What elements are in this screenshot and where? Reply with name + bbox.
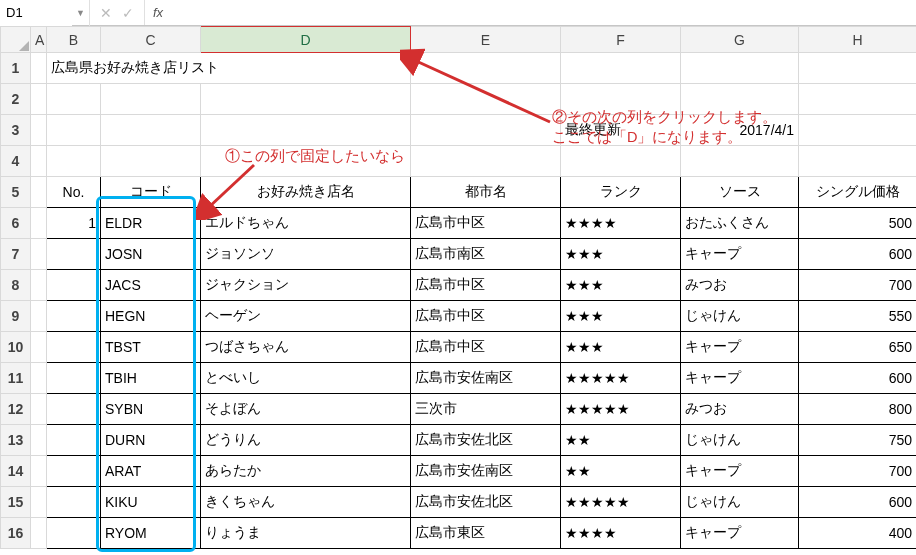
cell[interactable]: [201, 84, 411, 115]
cell-sauce[interactable]: キャープ: [681, 518, 799, 549]
cell-rank[interactable]: ★★: [561, 456, 681, 487]
col-header-E[interactable]: E: [411, 27, 561, 53]
name-box-wrap[interactable]: ▼: [0, 0, 90, 26]
cell-price[interactable]: 600: [799, 239, 917, 270]
cell[interactable]: [561, 84, 681, 115]
row-header[interactable]: 2: [1, 84, 31, 115]
cell[interactable]: [31, 270, 47, 301]
row-header[interactable]: 9: [1, 301, 31, 332]
cell-code[interactable]: DURN: [101, 425, 201, 456]
hdr-sauce[interactable]: ソース: [681, 177, 799, 208]
cell[interactable]: [31, 115, 47, 146]
cell-rank[interactable]: ★★★★★: [561, 363, 681, 394]
fx-label[interactable]: fx: [145, 5, 171, 20]
cell-code[interactable]: HEGN: [101, 301, 201, 332]
cell[interactable]: [47, 115, 101, 146]
cell-shop[interactable]: とべいし: [201, 363, 411, 394]
cell[interactable]: [411, 53, 561, 84]
cancel-icon[interactable]: ✕: [100, 5, 112, 21]
cell[interactable]: [31, 177, 47, 208]
cell-city[interactable]: 広島市安佐北区: [411, 487, 561, 518]
last-update-label[interactable]: 最終更新: [561, 115, 681, 146]
cell-price[interactable]: 650: [799, 332, 917, 363]
row-header[interactable]: 5: [1, 177, 31, 208]
cell-no[interactable]: [47, 456, 101, 487]
name-box[interactable]: [0, 0, 72, 26]
cell-price[interactable]: 400: [799, 518, 917, 549]
cell-price[interactable]: 700: [799, 270, 917, 301]
cell-rank[interactable]: ★★★★: [561, 208, 681, 239]
cell-shop[interactable]: ヘーゲン: [201, 301, 411, 332]
cell-price[interactable]: 750: [799, 425, 917, 456]
cell-rank[interactable]: ★★★: [561, 301, 681, 332]
select-all-corner[interactable]: [1, 27, 31, 53]
col-header-A[interactable]: A: [31, 27, 47, 53]
cell-city[interactable]: 広島市東区: [411, 518, 561, 549]
cell[interactable]: [31, 456, 47, 487]
cell-no[interactable]: [47, 518, 101, 549]
col-header-F[interactable]: F: [561, 27, 681, 53]
cell[interactable]: [799, 84, 917, 115]
cell[interactable]: [47, 84, 101, 115]
cell[interactable]: [799, 53, 917, 84]
hdr-shop[interactable]: お好み焼き店名: [201, 177, 411, 208]
cell-shop[interactable]: ジョソンソ: [201, 239, 411, 270]
confirm-icon[interactable]: ✓: [122, 5, 134, 21]
cell-code[interactable]: JOSN: [101, 239, 201, 270]
cell[interactable]: [31, 301, 47, 332]
cell-no[interactable]: [47, 332, 101, 363]
cell[interactable]: [47, 146, 101, 177]
cell-code[interactable]: JACS: [101, 270, 201, 301]
cell[interactable]: [561, 53, 681, 84]
cell[interactable]: [31, 394, 47, 425]
row-header[interactable]: 6: [1, 208, 31, 239]
cell-code[interactable]: TBIH: [101, 363, 201, 394]
cell-sauce[interactable]: じゃけん: [681, 301, 799, 332]
cell[interactable]: [101, 146, 201, 177]
cell-code[interactable]: ARAT: [101, 456, 201, 487]
cell-city[interactable]: 広島市中区: [411, 332, 561, 363]
cell-city[interactable]: 広島市安佐南区: [411, 363, 561, 394]
cell-sauce[interactable]: キャープ: [681, 332, 799, 363]
row-header[interactable]: 3: [1, 115, 31, 146]
row-header[interactable]: 8: [1, 270, 31, 301]
spreadsheet-grid[interactable]: A B C D E F G H 1 広島県お好み焼き店リスト 2 3 最終更新: [0, 26, 916, 549]
cell-sauce[interactable]: じゃけん: [681, 425, 799, 456]
cell[interactable]: [101, 115, 201, 146]
cell[interactable]: [31, 84, 47, 115]
cell-no[interactable]: [47, 270, 101, 301]
cell-shop[interactable]: そよぼん: [201, 394, 411, 425]
col-header-G[interactable]: G: [681, 27, 799, 53]
cell[interactable]: [31, 239, 47, 270]
cell-price[interactable]: 800: [799, 394, 917, 425]
row-header[interactable]: 7: [1, 239, 31, 270]
cell-code[interactable]: RYOM: [101, 518, 201, 549]
hdr-city[interactable]: 都市名: [411, 177, 561, 208]
cell-city[interactable]: 広島市中区: [411, 301, 561, 332]
row-header[interactable]: 10: [1, 332, 31, 363]
cell-city[interactable]: 三次市: [411, 394, 561, 425]
hdr-code[interactable]: コード: [101, 177, 201, 208]
cell[interactable]: [411, 84, 561, 115]
cell-sauce[interactable]: じゃけん: [681, 487, 799, 518]
cell[interactable]: [799, 115, 917, 146]
cell-shop[interactable]: ジャクション: [201, 270, 411, 301]
cell-code[interactable]: KIKU: [101, 487, 201, 518]
cell-rank[interactable]: ★★★: [561, 239, 681, 270]
cell-price[interactable]: 550: [799, 301, 917, 332]
cell[interactable]: [681, 84, 799, 115]
cell[interactable]: [31, 425, 47, 456]
row-header[interactable]: 12: [1, 394, 31, 425]
cell[interactable]: [31, 146, 47, 177]
cell-shop[interactable]: どうりん: [201, 425, 411, 456]
cell-no[interactable]: 1: [47, 208, 101, 239]
col-header-C[interactable]: C: [101, 27, 201, 53]
cell-no[interactable]: [47, 487, 101, 518]
cell-city[interactable]: 広島市南区: [411, 239, 561, 270]
sheet-title[interactable]: 広島県お好み焼き店リスト: [47, 53, 411, 84]
cell-no[interactable]: [47, 363, 101, 394]
cell-sauce[interactable]: キャープ: [681, 456, 799, 487]
cell-price[interactable]: 700: [799, 456, 917, 487]
cell-price[interactable]: 600: [799, 487, 917, 518]
cell-no[interactable]: [47, 394, 101, 425]
